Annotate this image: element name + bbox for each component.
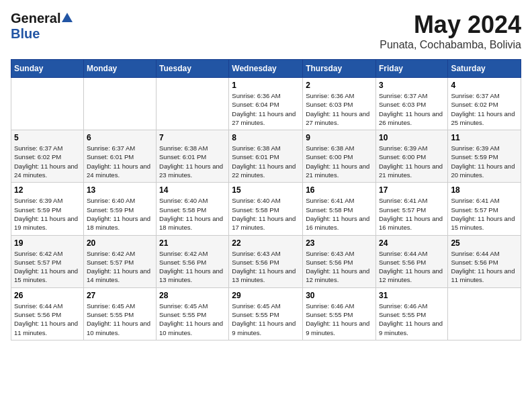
calendar-week-row: 1Sunrise: 6:36 AM Sunset: 6:04 PM Daylig…: [11, 78, 521, 130]
calendar-cell: 7Sunrise: 6:38 AM Sunset: 6:01 PM Daylig…: [157, 130, 229, 183]
calendar-week-row: 5Sunrise: 6:37 AM Sunset: 6:02 PM Daylig…: [11, 130, 521, 183]
day-info: Sunrise: 6:46 AM Sunset: 5:55 PM Dayligh…: [379, 302, 445, 337]
day-number: 23: [306, 238, 373, 248]
day-number: 3: [379, 81, 445, 90]
day-number: 22: [232, 238, 300, 248]
day-number: 25: [451, 238, 518, 248]
calendar-cell: 23Sunrise: 6:43 AM Sunset: 5:56 PM Dayli…: [303, 235, 376, 287]
col-thursday: Thursday: [303, 60, 376, 78]
day-number: 4: [451, 81, 518, 90]
calendar-week-row: 26Sunrise: 6:44 AM Sunset: 5:56 PM Dayli…: [11, 287, 521, 340]
col-tuesday: Tuesday: [157, 60, 229, 78]
calendar-cell: [83, 78, 156, 130]
day-info: Sunrise: 6:44 AM Sunset: 5:56 PM Dayligh…: [451, 249, 518, 285]
day-number: 20: [87, 238, 153, 248]
day-info: Sunrise: 6:36 AM Sunset: 6:03 PM Dayligh…: [306, 91, 373, 127]
day-info: Sunrise: 6:41 AM Sunset: 5:57 PM Dayligh…: [451, 196, 518, 232]
page-header: General Blue May 2024 Punata, Cochabamba…: [11, 11, 521, 51]
day-number: 16: [306, 185, 373, 195]
calendar-cell: [448, 287, 521, 340]
day-info: Sunrise: 6:37 AM Sunset: 6:02 PM Dayligh…: [14, 144, 81, 179]
day-info: Sunrise: 6:42 AM Sunset: 5:57 PM Dayligh…: [14, 249, 81, 285]
calendar-table: Sunday Monday Tuesday Wednesday Thursday…: [11, 59, 521, 340]
calendar-cell: 15Sunrise: 6:40 AM Sunset: 5:58 PM Dayli…: [229, 183, 303, 235]
calendar-cell: [157, 78, 229, 130]
day-number: 8: [232, 133, 300, 142]
day-number: 18: [451, 185, 518, 195]
logo-general-text: General: [11, 11, 60, 26]
header-row: Sunday Monday Tuesday Wednesday Thursday…: [11, 60, 521, 78]
day-info: Sunrise: 6:38 AM Sunset: 6:00 PM Dayligh…: [306, 144, 373, 179]
calendar-cell: 9Sunrise: 6:38 AM Sunset: 6:00 PM Daylig…: [303, 130, 376, 183]
day-number: 11: [451, 133, 518, 142]
calendar-week-row: 12Sunrise: 6:39 AM Sunset: 5:59 PM Dayli…: [11, 183, 521, 235]
day-number: 28: [159, 291, 226, 300]
day-info: Sunrise: 6:45 AM Sunset: 5:55 PM Dayligh…: [87, 302, 153, 337]
day-info: Sunrise: 6:40 AM Sunset: 5:58 PM Dayligh…: [232, 196, 300, 232]
calendar-cell: 1Sunrise: 6:36 AM Sunset: 6:04 PM Daylig…: [229, 78, 303, 130]
day-number: 10: [379, 133, 445, 142]
day-number: 15: [232, 185, 300, 195]
calendar-cell: 31Sunrise: 6:46 AM Sunset: 5:55 PM Dayli…: [375, 287, 447, 340]
day-number: 2: [306, 81, 373, 90]
day-info: Sunrise: 6:45 AM Sunset: 5:55 PM Dayligh…: [159, 302, 226, 337]
calendar-cell: 22Sunrise: 6:43 AM Sunset: 5:56 PM Dayli…: [229, 235, 303, 287]
title-area: May 2024 Punata, Cochabamba, Bolivia: [380, 11, 521, 51]
day-info: Sunrise: 6:44 AM Sunset: 5:56 PM Dayligh…: [379, 249, 445, 285]
day-number: 24: [379, 238, 445, 248]
calendar-cell: 6Sunrise: 6:37 AM Sunset: 6:01 PM Daylig…: [83, 130, 156, 183]
calendar-cell: 26Sunrise: 6:44 AM Sunset: 5:56 PM Dayli…: [11, 287, 84, 340]
day-number: 7: [159, 133, 226, 142]
calendar-body: 1Sunrise: 6:36 AM Sunset: 6:04 PM Daylig…: [11, 78, 521, 340]
day-info: Sunrise: 6:43 AM Sunset: 5:56 PM Dayligh…: [232, 249, 300, 285]
day-number: 29: [232, 291, 300, 300]
col-saturday: Saturday: [448, 60, 521, 78]
col-monday: Monday: [83, 60, 156, 78]
calendar-cell: 20Sunrise: 6:42 AM Sunset: 5:57 PM Dayli…: [83, 235, 156, 287]
day-info: Sunrise: 6:40 AM Sunset: 5:59 PM Dayligh…: [87, 196, 153, 232]
day-number: 13: [87, 185, 153, 195]
day-number: 1: [232, 81, 300, 90]
calendar-cell: 13Sunrise: 6:40 AM Sunset: 5:59 PM Dayli…: [83, 183, 156, 235]
day-info: Sunrise: 6:44 AM Sunset: 5:56 PM Dayligh…: [14, 302, 81, 337]
col-sunday: Sunday: [11, 60, 84, 78]
day-number: 14: [159, 185, 226, 195]
day-number: 17: [379, 185, 445, 195]
calendar-cell: 19Sunrise: 6:42 AM Sunset: 5:57 PM Dayli…: [11, 235, 84, 287]
day-info: Sunrise: 6:41 AM Sunset: 5:57 PM Dayligh…: [379, 196, 445, 232]
calendar-cell: 8Sunrise: 6:38 AM Sunset: 6:01 PM Daylig…: [229, 130, 303, 183]
col-friday: Friday: [375, 60, 447, 78]
calendar-cell: 16Sunrise: 6:41 AM Sunset: 5:58 PM Dayli…: [303, 183, 376, 235]
calendar-cell: 18Sunrise: 6:41 AM Sunset: 5:57 PM Dayli…: [448, 183, 521, 235]
day-info: Sunrise: 6:43 AM Sunset: 5:56 PM Dayligh…: [306, 249, 373, 285]
calendar-cell: 2Sunrise: 6:36 AM Sunset: 6:03 PM Daylig…: [303, 78, 376, 130]
day-number: 19: [14, 238, 81, 248]
day-info: Sunrise: 6:46 AM Sunset: 5:55 PM Dayligh…: [306, 302, 373, 337]
calendar-cell: 28Sunrise: 6:45 AM Sunset: 5:55 PM Dayli…: [157, 287, 229, 340]
location-subtitle: Punata, Cochabamba, Bolivia: [380, 39, 521, 51]
day-info: Sunrise: 6:39 AM Sunset: 5:59 PM Dayligh…: [451, 144, 518, 179]
col-wednesday: Wednesday: [229, 60, 303, 78]
day-info: Sunrise: 6:38 AM Sunset: 6:01 PM Dayligh…: [159, 144, 226, 179]
calendar-cell: 12Sunrise: 6:39 AM Sunset: 5:59 PM Dayli…: [11, 183, 84, 235]
day-info: Sunrise: 6:41 AM Sunset: 5:58 PM Dayligh…: [306, 196, 373, 232]
day-info: Sunrise: 6:36 AM Sunset: 6:04 PM Dayligh…: [232, 91, 300, 127]
calendar-header: Sunday Monday Tuesday Wednesday Thursday…: [11, 60, 521, 78]
day-number: 6: [87, 133, 153, 142]
calendar-cell: 24Sunrise: 6:44 AM Sunset: 5:56 PM Dayli…: [375, 235, 447, 287]
calendar-cell: 17Sunrise: 6:41 AM Sunset: 5:57 PM Dayli…: [375, 183, 447, 235]
day-info: Sunrise: 6:38 AM Sunset: 6:01 PM Dayligh…: [232, 144, 300, 179]
day-info: Sunrise: 6:37 AM Sunset: 6:02 PM Dayligh…: [451, 91, 518, 127]
calendar-cell: 21Sunrise: 6:42 AM Sunset: 5:56 PM Dayli…: [157, 235, 229, 287]
month-title: May 2024: [380, 11, 521, 39]
day-info: Sunrise: 6:40 AM Sunset: 5:58 PM Dayligh…: [159, 196, 226, 232]
calendar-cell: 27Sunrise: 6:45 AM Sunset: 5:55 PM Dayli…: [83, 287, 156, 340]
calendar-cell: 14Sunrise: 6:40 AM Sunset: 5:58 PM Dayli…: [157, 183, 229, 235]
calendar-cell: 5Sunrise: 6:37 AM Sunset: 6:02 PM Daylig…: [11, 130, 84, 183]
day-number: 9: [306, 133, 373, 142]
day-info: Sunrise: 6:39 AM Sunset: 5:59 PM Dayligh…: [14, 196, 81, 232]
day-number: 26: [14, 291, 81, 300]
calendar-cell: 4Sunrise: 6:37 AM Sunset: 6:02 PM Daylig…: [448, 78, 521, 130]
day-number: 12: [14, 185, 81, 195]
logo: General Blue: [11, 11, 73, 42]
